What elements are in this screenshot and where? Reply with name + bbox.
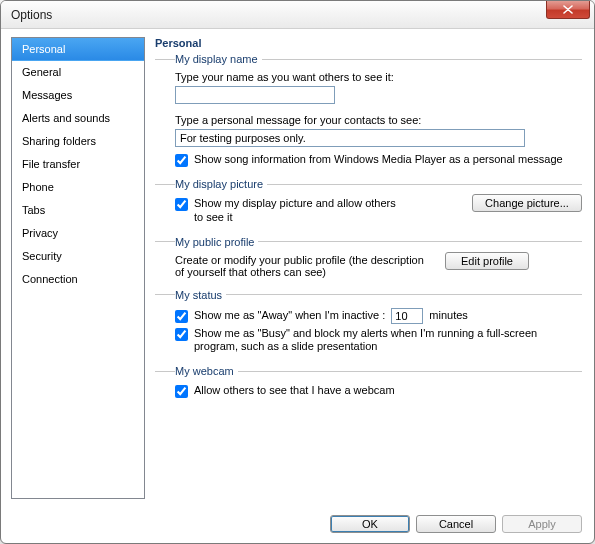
personal-msg-label: Type a personal message for your contact… <box>175 114 582 126</box>
change-picture-button[interactable]: Change picture... <box>472 194 582 212</box>
close-icon <box>563 5 573 14</box>
close-button[interactable] <box>546 1 590 19</box>
sidebar-item-personal[interactable]: Personal <box>12 38 144 61</box>
category-sidebar: Personal General Messages Alerts and sou… <box>11 37 145 499</box>
show-picture-label: Show my display picture and allow others… <box>194 197 404 225</box>
options-window: Options Personal General Messages Alerts… <box>0 0 595 544</box>
name-label: Type your name as you want others to see… <box>175 71 582 83</box>
away-checkbox[interactable] <box>175 310 188 323</box>
group-display-name-legend: My display name <box>175 53 262 65</box>
content-area: Personal General Messages Alerts and sou… <box>1 29 594 507</box>
away-label-pre: Show me as "Away" when I'm inactive : <box>194 309 385 323</box>
webcam-checkbox[interactable] <box>175 385 188 398</box>
group-display-picture-legend: My display picture <box>175 178 267 190</box>
group-webcam-legend: My webcam <box>175 365 238 377</box>
song-info-checkbox[interactable] <box>175 154 188 167</box>
ok-button[interactable]: OK <box>330 515 410 533</box>
group-public-profile: My public profile Create or modify your … <box>155 236 582 283</box>
group-public-profile-legend: My public profile <box>175 236 258 248</box>
sidebar-item-connection[interactable]: Connection <box>12 268 144 291</box>
titlebar: Options <box>1 1 594 29</box>
song-info-label: Show song information from Windows Media… <box>194 153 582 167</box>
sidebar-item-security[interactable]: Security <box>12 245 144 268</box>
away-label-post: minutes <box>429 309 468 323</box>
group-display-name: My display name Type your name as you wa… <box>155 53 582 172</box>
sidebar-item-sharing[interactable]: Sharing folders <box>12 130 144 153</box>
window-title: Options <box>11 8 52 22</box>
public-profile-desc: Create or modify your public profile (th… <box>175 254 435 278</box>
group-status: My status Show me as "Away" when I'm ina… <box>155 289 582 360</box>
display-name-input[interactable] <box>175 86 335 104</box>
page-title: Personal <box>155 37 582 49</box>
sidebar-item-alerts[interactable]: Alerts and sounds <box>12 107 144 130</box>
sidebar-item-general[interactable]: General <box>12 61 144 84</box>
sidebar-item-filetransfer[interactable]: File transfer <box>12 153 144 176</box>
busy-label: Show me as "Busy" and block my alerts wh… <box>194 327 582 355</box>
apply-button[interactable]: Apply <box>502 515 582 533</box>
webcam-label: Allow others to see that I have a webcam <box>194 384 582 398</box>
group-webcam: My webcam Allow others to see that I hav… <box>155 365 582 403</box>
show-picture-checkbox[interactable] <box>175 198 188 211</box>
sidebar-item-privacy[interactable]: Privacy <box>12 222 144 245</box>
sidebar-item-phone[interactable]: Phone <box>12 176 144 199</box>
sidebar-item-messages[interactable]: Messages <box>12 84 144 107</box>
sidebar-item-tabs[interactable]: Tabs <box>12 199 144 222</box>
main-panel: Personal My display name Type your name … <box>155 37 584 499</box>
edit-profile-button[interactable]: Edit profile <box>445 252 529 270</box>
personal-message-input[interactable] <box>175 129 525 147</box>
cancel-button[interactable]: Cancel <box>416 515 496 533</box>
group-display-picture: My display picture Show my display pictu… <box>155 178 582 230</box>
busy-checkbox[interactable] <box>175 328 188 341</box>
dialog-footer: OK Cancel Apply <box>1 507 594 543</box>
group-status-legend: My status <box>175 289 226 301</box>
away-minutes-input[interactable] <box>391 308 423 324</box>
